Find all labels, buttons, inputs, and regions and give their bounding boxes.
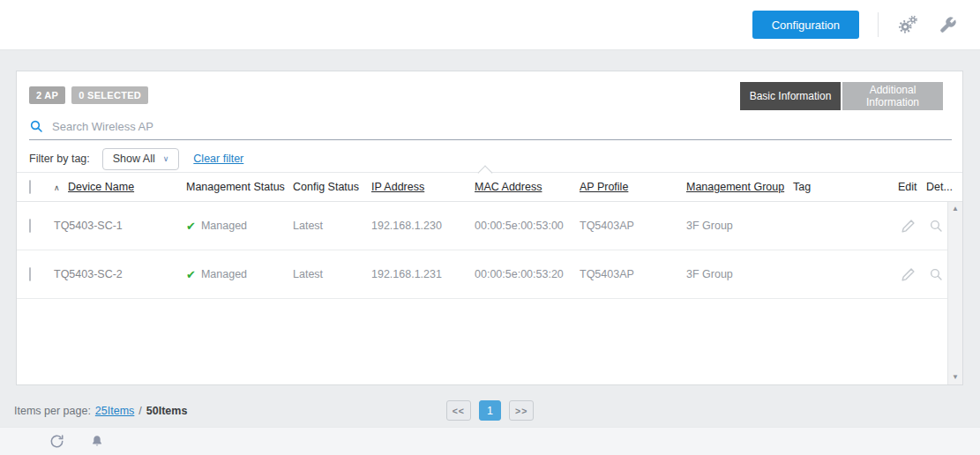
toolbar-divider bbox=[878, 12, 879, 37]
table-scrollbar[interactable]: ▲ ▼ bbox=[947, 202, 962, 384]
filter-row: Filter by tag: Show All ∨ Clear filter bbox=[17, 145, 962, 173]
select-all-checkbox[interactable] bbox=[29, 180, 31, 194]
edit-pencil-icon[interactable] bbox=[898, 216, 917, 235]
configuration-button[interactable]: Configuration bbox=[752, 11, 859, 39]
pagination-page-1-button[interactable]: 1 bbox=[479, 400, 501, 421]
top-bar: Configuration bbox=[0, 0, 980, 50]
column-header-config-status: Config Status bbox=[293, 181, 371, 193]
cell-ap-profile: TQ5403AP bbox=[580, 268, 686, 280]
column-header-edit: Edit bbox=[898, 181, 926, 193]
settings-gears-icon[interactable] bbox=[897, 14, 918, 35]
clear-filter-link[interactable]: Clear filter bbox=[193, 153, 243, 165]
tag-filter-value: Show All bbox=[113, 153, 155, 165]
cell-device-name: TQ5403-SC-1 bbox=[54, 220, 186, 232]
cell-ip-address: 192.168.1.231 bbox=[371, 268, 475, 280]
tag-filter-dropdown[interactable]: Show All ∨ bbox=[102, 148, 180, 170]
row-checkbox[interactable] bbox=[29, 267, 31, 281]
refresh-icon[interactable] bbox=[46, 431, 67, 452]
search-input[interactable] bbox=[52, 120, 952, 133]
app-window: Configuration 2 AP 0 SELECTED Basic Inf bbox=[0, 0, 980, 455]
detail-magnifier-icon[interactable] bbox=[926, 216, 946, 235]
filter-by-tag-label: Filter by tag: bbox=[29, 153, 90, 165]
ap-list-panel: 2 AP 0 SELECTED Basic Information Additi… bbox=[16, 71, 963, 385]
bottom-bar bbox=[0, 427, 980, 455]
pagination: << 1 >> bbox=[0, 400, 980, 421]
table-row: TQ5403-SC-2 ✔ Managed Latest 192.168.1.2… bbox=[17, 250, 947, 299]
chevron-down-icon: ∨ bbox=[163, 154, 169, 163]
wrench-icon[interactable] bbox=[937, 14, 958, 35]
scroll-up-icon[interactable]: ▲ bbox=[952, 205, 959, 213]
selected-count-badge: 0 SELECTED bbox=[71, 86, 148, 104]
pagination-prev-button[interactable]: << bbox=[446, 400, 471, 421]
cell-config-status: Latest bbox=[293, 268, 371, 280]
cell-mac-address: 00:00:5e:00:53:20 bbox=[475, 268, 580, 280]
managed-check-icon: ✔ bbox=[186, 220, 196, 233]
sort-ascending-icon[interactable]: ∧ bbox=[54, 183, 60, 192]
info-tabs: Basic Information Additional Information bbox=[740, 82, 943, 110]
cell-management-status: ✔ Managed bbox=[186, 220, 293, 233]
column-header-mac-address[interactable]: MAC Address bbox=[475, 181, 542, 193]
badges: 2 AP 0 SELECTED bbox=[29, 86, 148, 104]
notification-bell-icon[interactable] bbox=[86, 431, 108, 452]
ap-count-badge: 2 AP bbox=[29, 86, 65, 104]
table-row: TQ5403-SC-1 ✔ Managed Latest 192.168.1.2… bbox=[17, 202, 947, 250]
managed-check-icon: ✔ bbox=[186, 268, 196, 281]
cell-device-name: TQ5403-SC-2 bbox=[54, 268, 186, 280]
cell-management-status: ✔ Managed bbox=[186, 268, 293, 281]
cell-ip-address: 192.168.1.230 bbox=[371, 220, 475, 232]
column-header-detail: Det... bbox=[926, 181, 962, 193]
column-header-management-group[interactable]: Management Group bbox=[686, 181, 784, 193]
detail-magnifier-icon[interactable] bbox=[926, 265, 946, 284]
cell-config-status: Latest bbox=[293, 220, 371, 232]
search-icon bbox=[29, 119, 43, 133]
cell-management-group: 3F Group bbox=[686, 220, 793, 232]
row-checkbox[interactable] bbox=[29, 219, 31, 233]
column-header-device-name[interactable]: Device Name bbox=[68, 181, 134, 193]
scroll-down-icon[interactable]: ▼ bbox=[952, 374, 959, 381]
edit-pencil-icon[interactable] bbox=[898, 265, 917, 284]
search-bar bbox=[29, 113, 952, 140]
column-header-management-status: Management Status bbox=[186, 181, 293, 193]
column-header-tag: Tag bbox=[793, 181, 898, 193]
table-header: ∧ Device Name Management Status Config S… bbox=[17, 173, 962, 202]
column-header-ip-address[interactable]: IP Address bbox=[371, 181, 424, 193]
cell-management-group: 3F Group bbox=[686, 268, 793, 280]
tab-basic-information[interactable]: Basic Information bbox=[740, 82, 841, 110]
pagination-next-button[interactable]: >> bbox=[509, 400, 534, 421]
column-header-ap-profile[interactable]: AP Profile bbox=[580, 181, 628, 193]
cell-mac-address: 00:00:5e:00:53:00 bbox=[475, 220, 580, 232]
cell-ap-profile: TQ5403AP bbox=[580, 220, 686, 232]
tab-additional-information[interactable]: Additional Information bbox=[842, 82, 943, 110]
